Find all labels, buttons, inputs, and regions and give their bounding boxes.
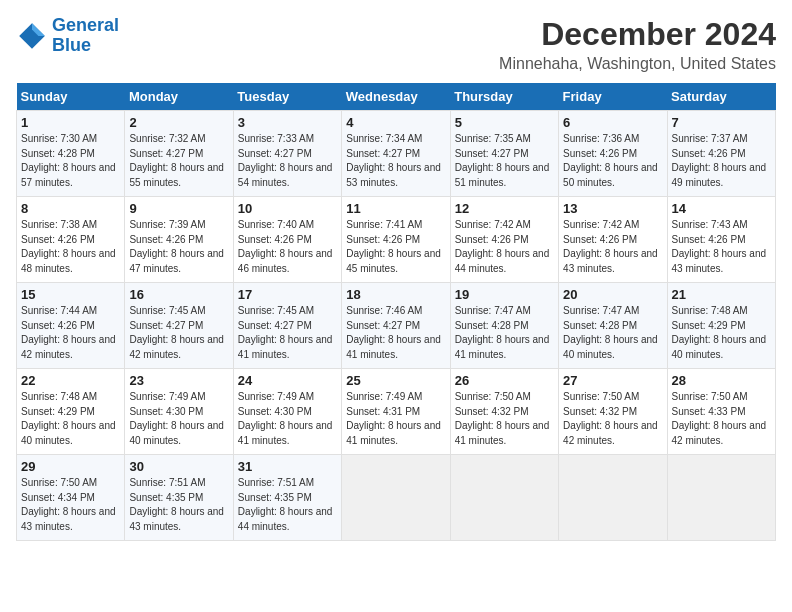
day-number: 16 — [129, 287, 228, 302]
calendar-cell — [450, 455, 558, 541]
day-number: 20 — [563, 287, 662, 302]
calendar-cell: 21Sunrise: 7:48 AMSunset: 4:29 PMDayligh… — [667, 283, 775, 369]
calendar-cell: 11Sunrise: 7:41 AMSunset: 4:26 PMDayligh… — [342, 197, 450, 283]
day-number: 15 — [21, 287, 120, 302]
day-number: 11 — [346, 201, 445, 216]
day-number: 8 — [21, 201, 120, 216]
day-number: 4 — [346, 115, 445, 130]
calendar-cell: 17Sunrise: 7:45 AMSunset: 4:27 PMDayligh… — [233, 283, 341, 369]
calendar-cell: 28Sunrise: 7:50 AMSunset: 4:33 PMDayligh… — [667, 369, 775, 455]
day-info: Sunrise: 7:33 AMSunset: 4:27 PMDaylight:… — [238, 132, 337, 190]
logo-line1: General — [52, 15, 119, 35]
calendar-cell: 1Sunrise: 7:30 AMSunset: 4:28 PMDaylight… — [17, 111, 125, 197]
calendar-cell: 24Sunrise: 7:49 AMSunset: 4:30 PMDayligh… — [233, 369, 341, 455]
day-info: Sunrise: 7:50 AMSunset: 4:32 PMDaylight:… — [563, 390, 662, 448]
calendar-cell: 3Sunrise: 7:33 AMSunset: 4:27 PMDaylight… — [233, 111, 341, 197]
day-number: 31 — [238, 459, 337, 474]
day-info: Sunrise: 7:34 AMSunset: 4:27 PMDaylight:… — [346, 132, 445, 190]
day-number: 3 — [238, 115, 337, 130]
calendar-cell: 5Sunrise: 7:35 AMSunset: 4:27 PMDaylight… — [450, 111, 558, 197]
calendar-cell: 4Sunrise: 7:34 AMSunset: 4:27 PMDaylight… — [342, 111, 450, 197]
day-info: Sunrise: 7:47 AMSunset: 4:28 PMDaylight:… — [455, 304, 554, 362]
day-number: 12 — [455, 201, 554, 216]
day-info: Sunrise: 7:45 AMSunset: 4:27 PMDaylight:… — [238, 304, 337, 362]
day-info: Sunrise: 7:35 AMSunset: 4:27 PMDaylight:… — [455, 132, 554, 190]
calendar-cell: 10Sunrise: 7:40 AMSunset: 4:26 PMDayligh… — [233, 197, 341, 283]
day-info: Sunrise: 7:49 AMSunset: 4:30 PMDaylight:… — [129, 390, 228, 448]
day-number: 13 — [563, 201, 662, 216]
day-number: 7 — [672, 115, 771, 130]
calendar-header-row: SundayMondayTuesdayWednesdayThursdayFrid… — [17, 83, 776, 111]
day-number: 23 — [129, 373, 228, 388]
day-info: Sunrise: 7:39 AMSunset: 4:26 PMDaylight:… — [129, 218, 228, 276]
calendar-cell: 22Sunrise: 7:48 AMSunset: 4:29 PMDayligh… — [17, 369, 125, 455]
calendar-cell: 25Sunrise: 7:49 AMSunset: 4:31 PMDayligh… — [342, 369, 450, 455]
calendar-table: SundayMondayTuesdayWednesdayThursdayFrid… — [16, 83, 776, 541]
calendar-week-row: 1Sunrise: 7:30 AMSunset: 4:28 PMDaylight… — [17, 111, 776, 197]
day-number: 25 — [346, 373, 445, 388]
day-number: 10 — [238, 201, 337, 216]
col-header-thursday: Thursday — [450, 83, 558, 111]
day-number: 19 — [455, 287, 554, 302]
day-info: Sunrise: 7:48 AMSunset: 4:29 PMDaylight:… — [21, 390, 120, 448]
day-number: 9 — [129, 201, 228, 216]
day-number: 18 — [346, 287, 445, 302]
day-number: 28 — [672, 373, 771, 388]
day-info: Sunrise: 7:30 AMSunset: 4:28 PMDaylight:… — [21, 132, 120, 190]
calendar-cell: 31Sunrise: 7:51 AMSunset: 4:35 PMDayligh… — [233, 455, 341, 541]
day-info: Sunrise: 7:51 AMSunset: 4:35 PMDaylight:… — [238, 476, 337, 534]
day-number: 27 — [563, 373, 662, 388]
day-number: 14 — [672, 201, 771, 216]
calendar-cell: 15Sunrise: 7:44 AMSunset: 4:26 PMDayligh… — [17, 283, 125, 369]
day-info: Sunrise: 7:37 AMSunset: 4:26 PMDaylight:… — [672, 132, 771, 190]
calendar-cell: 29Sunrise: 7:50 AMSunset: 4:34 PMDayligh… — [17, 455, 125, 541]
day-info: Sunrise: 7:50 AMSunset: 4:33 PMDaylight:… — [672, 390, 771, 448]
day-info: Sunrise: 7:36 AMSunset: 4:26 PMDaylight:… — [563, 132, 662, 190]
calendar-cell: 2Sunrise: 7:32 AMSunset: 4:27 PMDaylight… — [125, 111, 233, 197]
day-info: Sunrise: 7:41 AMSunset: 4:26 PMDaylight:… — [346, 218, 445, 276]
col-header-tuesday: Tuesday — [233, 83, 341, 111]
calendar-cell: 16Sunrise: 7:45 AMSunset: 4:27 PMDayligh… — [125, 283, 233, 369]
calendar-cell: 13Sunrise: 7:42 AMSunset: 4:26 PMDayligh… — [559, 197, 667, 283]
day-number: 24 — [238, 373, 337, 388]
main-title: December 2024 — [499, 16, 776, 53]
col-header-saturday: Saturday — [667, 83, 775, 111]
calendar-cell: 27Sunrise: 7:50 AMSunset: 4:32 PMDayligh… — [559, 369, 667, 455]
day-number: 1 — [21, 115, 120, 130]
calendar-cell: 9Sunrise: 7:39 AMSunset: 4:26 PMDaylight… — [125, 197, 233, 283]
calendar-cell — [667, 455, 775, 541]
day-number: 22 — [21, 373, 120, 388]
calendar-week-row: 15Sunrise: 7:44 AMSunset: 4:26 PMDayligh… — [17, 283, 776, 369]
subtitle: Minnehaha, Washington, United States — [499, 55, 776, 73]
calendar-week-row: 22Sunrise: 7:48 AMSunset: 4:29 PMDayligh… — [17, 369, 776, 455]
calendar-cell: 20Sunrise: 7:47 AMSunset: 4:28 PMDayligh… — [559, 283, 667, 369]
logo-line2: Blue — [52, 35, 91, 55]
logo-text: General Blue — [52, 16, 119, 56]
calendar-cell: 7Sunrise: 7:37 AMSunset: 4:26 PMDaylight… — [667, 111, 775, 197]
title-section: December 2024 Minnehaha, Washington, Uni… — [499, 16, 776, 73]
calendar-cell: 19Sunrise: 7:47 AMSunset: 4:28 PMDayligh… — [450, 283, 558, 369]
day-info: Sunrise: 7:46 AMSunset: 4:27 PMDaylight:… — [346, 304, 445, 362]
day-number: 5 — [455, 115, 554, 130]
day-number: 2 — [129, 115, 228, 130]
day-number: 29 — [21, 459, 120, 474]
calendar-cell: 30Sunrise: 7:51 AMSunset: 4:35 PMDayligh… — [125, 455, 233, 541]
day-info: Sunrise: 7:50 AMSunset: 4:32 PMDaylight:… — [455, 390, 554, 448]
day-number: 6 — [563, 115, 662, 130]
calendar-cell: 8Sunrise: 7:38 AMSunset: 4:26 PMDaylight… — [17, 197, 125, 283]
day-info: Sunrise: 7:38 AMSunset: 4:26 PMDaylight:… — [21, 218, 120, 276]
day-info: Sunrise: 7:32 AMSunset: 4:27 PMDaylight:… — [129, 132, 228, 190]
logo: General Blue — [16, 16, 119, 56]
page-container: General Blue December 2024 Minnehaha, Wa… — [16, 16, 776, 541]
calendar-cell: 23Sunrise: 7:49 AMSunset: 4:30 PMDayligh… — [125, 369, 233, 455]
day-info: Sunrise: 7:47 AMSunset: 4:28 PMDaylight:… — [563, 304, 662, 362]
day-info: Sunrise: 7:42 AMSunset: 4:26 PMDaylight:… — [455, 218, 554, 276]
day-info: Sunrise: 7:49 AMSunset: 4:31 PMDaylight:… — [346, 390, 445, 448]
day-info: Sunrise: 7:49 AMSunset: 4:30 PMDaylight:… — [238, 390, 337, 448]
calendar-week-row: 29Sunrise: 7:50 AMSunset: 4:34 PMDayligh… — [17, 455, 776, 541]
calendar-cell: 14Sunrise: 7:43 AMSunset: 4:26 PMDayligh… — [667, 197, 775, 283]
col-header-sunday: Sunday — [17, 83, 125, 111]
calendar-cell: 18Sunrise: 7:46 AMSunset: 4:27 PMDayligh… — [342, 283, 450, 369]
day-number: 30 — [129, 459, 228, 474]
day-number: 26 — [455, 373, 554, 388]
